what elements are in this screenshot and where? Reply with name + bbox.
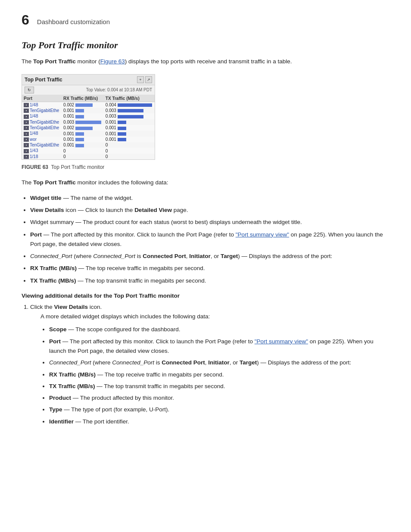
rx-cell: 0.001	[62, 137, 104, 142]
b-detailed-view: Detailed View	[134, 207, 172, 213]
rx-bar	[75, 115, 84, 118]
port-name[interactable]: wor	[30, 137, 37, 142]
bullet-tx: TX Traffic (MB/s) — The top transmit tra…	[30, 276, 389, 286]
tx-value: 0.004	[106, 103, 116, 107]
figure-container: Top Port Traffic + ↗ ↻ Top Value: 0.004 …	[22, 74, 389, 160]
tx-cell: 0.004	[104, 102, 155, 108]
figure-link[interactable]: Figure 63	[100, 58, 125, 65]
port-name[interactable]: TenGigabitEthe	[30, 108, 59, 113]
rx-bar	[75, 109, 84, 112]
tx-value: 0	[106, 154, 108, 159]
port-cell: ▪1/43	[22, 148, 62, 153]
detail-bullet-rx: RX Traffic (MB/s) — The top receive traf…	[49, 370, 389, 380]
tx-bar	[118, 121, 126, 124]
port-icon: ▪	[24, 132, 29, 136]
port-icon: ▪	[24, 103, 29, 107]
port-cell: ▪TenGigabitEthe	[22, 119, 62, 125]
widget-plus-icon[interactable]: +	[137, 76, 144, 83]
port-icon: ▪	[24, 109, 29, 113]
widget-table: Port RX Traffic (MB/s) TX Traffic (MB/s)…	[22, 95, 155, 160]
b-view-details: View Details	[30, 207, 64, 213]
table-row: ▪1/4300	[22, 148, 155, 153]
rx-cell: 0.003	[62, 119, 104, 125]
detail-bullet-type: Type — The type of port (for example, U-…	[49, 405, 389, 414]
subsection-heading: Viewing additional details for the Top P…	[22, 292, 389, 299]
detail-bullet-list: Scope — The scope configured for the das…	[49, 325, 389, 426]
tx-value: 0.001	[106, 137, 116, 142]
port-icon: ▪	[24, 126, 29, 130]
tx-value: 0.003	[106, 108, 116, 113]
port-name[interactable]: 1/43	[30, 148, 38, 153]
widget-box: Top Port Traffic + ↗ ↻ Top Value: 0.004 …	[22, 74, 155, 160]
port-name[interactable]: TenGigabitEthe	[30, 143, 59, 147]
tx-value: 0	[106, 149, 108, 153]
widget-arrow-icon[interactable]: ↗	[145, 76, 152, 83]
rx-bar	[75, 127, 93, 130]
tx-value: 0	[106, 143, 108, 147]
port-icon: ▪	[24, 120, 29, 124]
rx-cell: 0.001	[62, 113, 104, 119]
main-bullet-list: Widget title — The name of the widget. V…	[30, 193, 389, 286]
bullet-rx: RX Traffic (MB/s) — The top receive traf…	[30, 264, 389, 273]
widget-subheader: ↻ Top Value: 0.004 at 10:18 AM PDT	[22, 85, 155, 95]
port-summary-link[interactable]: "Port summary view"	[236, 231, 289, 238]
port-cell: ▪1/18	[22, 154, 62, 159]
detail-port-link[interactable]: "Port summary view"	[255, 338, 308, 345]
port-name[interactable]: 1/48	[30, 103, 38, 107]
rx-cell: 0.002	[62, 102, 104, 108]
rx-value: 0	[63, 154, 66, 159]
port-name[interactable]: TenGigabitEthe	[30, 120, 59, 124]
port-cell: ▪1/48	[22, 113, 62, 119]
step1-bold: View Details	[54, 304, 88, 310]
port-icon: ▪	[24, 149, 29, 153]
page-header: 6 Dashboard customization	[22, 13, 389, 27]
tx-cell: 0	[104, 154, 155, 159]
tx-cell: 0.003	[104, 113, 155, 119]
tx-bar	[118, 115, 143, 118]
rx-value: 0.001	[63, 137, 74, 142]
rx-cell: 0.001	[62, 131, 104, 136]
rx-bar	[75, 138, 84, 141]
tx-cell: 0.001	[104, 137, 155, 142]
rx-value: 0.001	[63, 131, 74, 136]
col-tx: TX Traffic (MB/s)	[104, 95, 155, 102]
port-icon: ▪	[24, 155, 29, 159]
widget-refresh-button[interactable]: ↻	[25, 87, 34, 93]
table-row: ▪1/1800	[22, 154, 155, 159]
port-cell: ▪1/48	[22, 131, 62, 136]
figure-caption-text: Top Port Traffic monitor	[51, 164, 104, 170]
b-port: Port	[30, 231, 42, 238]
table-row: ▪1/480.0010.001	[22, 131, 155, 136]
port-name[interactable]: 1/18	[30, 154, 38, 159]
rx-value: 0.001	[63, 114, 74, 118]
tx-cell: 0.001	[104, 119, 155, 125]
tx-cell: 0.001	[104, 125, 155, 131]
numbered-list: Click the View Details icon. A more deta…	[30, 302, 389, 426]
bullet-view-details: View Details icon — Click to launch the …	[30, 205, 389, 215]
b-widget-title: Widget title	[30, 195, 62, 201]
rx-cell: 0.002	[62, 125, 104, 131]
b-rx: RX Traffic (MB/s)	[30, 265, 77, 271]
table-row: ▪1/480.0010.003	[22, 113, 155, 119]
port-name[interactable]: TenGigabitEthe	[30, 125, 59, 130]
chapter-title: Dashboard customization	[37, 13, 110, 25]
rx-cell: 0	[62, 154, 104, 159]
port-name[interactable]: 1/48	[30, 131, 38, 136]
connected-port-italic: Connected_Port	[30, 253, 72, 259]
rx-cell: 0.001	[62, 142, 104, 148]
table-header-row: Port RX Traffic (MB/s) TX Traffic (MB/s)	[22, 95, 155, 102]
bullet-widget-title: Widget title — The name of the widget.	[30, 193, 389, 203]
col-rx: RX Traffic (MB/s)	[62, 95, 104, 102]
tx-bar	[118, 103, 152, 107]
step-1: Click the View Details icon. A more deta…	[30, 302, 389, 426]
tx-bar	[118, 109, 143, 112]
detail-bullet-port: Port — The port affected by this monitor…	[49, 337, 389, 356]
description-paragraph: The Top Port Traffic monitor includes th…	[22, 178, 389, 187]
step1-detail-text: A more detailed widget displays which in…	[40, 312, 389, 321]
widget-header: Top Port Traffic + ↗	[22, 75, 155, 85]
port-cell: ▪1/48	[22, 102, 62, 108]
port-name[interactable]: 1/48	[30, 114, 38, 118]
bullet-connected-port: Connected_Port (where Connected_Port is …	[30, 252, 389, 261]
figure-label: FIGURE 63	[22, 164, 48, 170]
tx-value: 0.001	[106, 131, 116, 136]
